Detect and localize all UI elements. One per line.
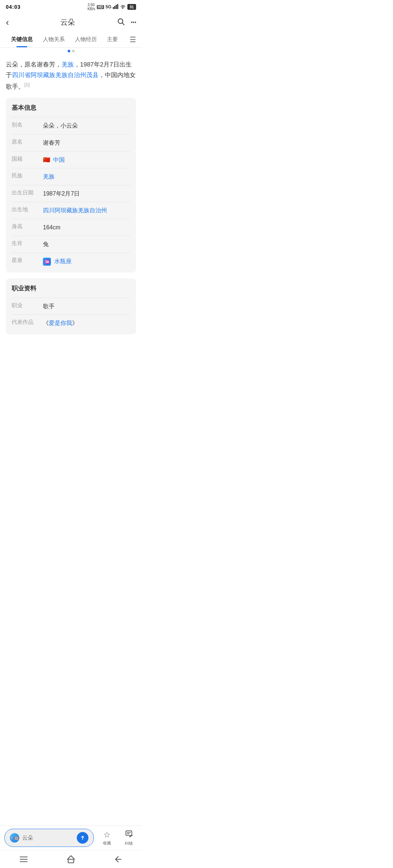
label-height: 身高 (12, 223, 37, 230)
work-link[interactable]: 爱是你我 (49, 320, 72, 326)
info-row-ethnic: 民族 羌族 (12, 168, 130, 185)
info-row-job: 职业 歌手 (12, 298, 130, 315)
value-job: 歌手 (43, 302, 130, 311)
value-zodiac-animal: 兔 (43, 240, 130, 249)
tab-relations[interactable]: 人物关系 (38, 32, 70, 47)
value-birthday: 1987年2月7日 (43, 189, 130, 198)
value-birthplace: 四川阿坝藏族羌族自治州 (43, 206, 130, 215)
label-original-name: 原名 (12, 138, 37, 145)
tab-main[interactable]: 主要 (102, 32, 123, 47)
svg-rect-3 (117, 4, 118, 9)
info-row-height: 身高 164cm (12, 219, 130, 236)
location-link[interactable]: 四川省阿坝藏族羌族自治州茂县 (12, 72, 99, 79)
nav-actions: ··· (117, 17, 136, 28)
birthplace-link[interactable]: 四川阿坝藏族羌族自治州 (43, 207, 107, 213)
network-speed: 3.50KB/s (87, 3, 95, 11)
main-content: 云朵，原名谢春芳，羌族，1987年2月7日出生于四川省阿坝藏族羌族自治州茂县，中… (0, 55, 142, 334)
status-bar: 04:03 3.50KB/s HD 5G 91 (0, 0, 142, 13)
more-icon[interactable]: ··· (131, 18, 136, 27)
label-alias: 别名 (12, 121, 37, 128)
career-info-title: 职业资料 (12, 284, 130, 293)
hd-badge: HD (97, 5, 104, 9)
dot-1 (68, 50, 70, 52)
label-birthplace: 出生地 (12, 206, 37, 213)
intro-text-before: 云朵，原名谢春芳， (6, 61, 61, 68)
battery-indicator: 91 (127, 4, 136, 10)
constellation-icon: ♒ (43, 258, 51, 266)
nav-bar: ‹ 云朵 ··· (0, 13, 142, 32)
info-row-nationality: 国籍 🇨🇳 中国 (12, 151, 130, 168)
svg-rect-2 (116, 5, 117, 9)
info-row-constellation: 星座 ♒ 水瓶座 (12, 253, 130, 270)
intro-paragraph: 云朵，原名谢春芳，羌族，1987年2月7日出生于四川省阿坝藏族羌族自治州茂县，中… (6, 60, 136, 92)
network-type: 5G (106, 4, 111, 9)
svg-rect-1 (114, 6, 115, 9)
career-info-card: 职业资料 职业 歌手 代表作品 《爱是你我》 (6, 278, 136, 334)
tab-key-info[interactable]: 关键信息 (6, 32, 38, 47)
value-constellation: ♒ 水瓶座 (43, 257, 130, 266)
tab-indicator (0, 48, 142, 55)
label-works: 代表作品 (12, 318, 37, 326)
back-button[interactable]: ‹ (6, 17, 19, 28)
ethnic-link[interactable]: 羌族 (61, 61, 74, 68)
tab-experience[interactable]: 人物经历 (70, 32, 102, 47)
tab-menu-icon[interactable]: ☰ (127, 32, 136, 47)
work-prefix: 《 (43, 320, 49, 326)
info-row-birthplace: 出生地 四川阿坝藏族羌族自治州 (12, 202, 130, 219)
nationality-link[interactable]: 中国 (53, 157, 65, 163)
status-right-icons: 3.50KB/s HD 5G 91 (87, 3, 136, 11)
value-height: 164cm (43, 223, 130, 232)
value-ethnic: 羌族 (43, 172, 130, 181)
basic-info-title: 基本信息 (12, 104, 130, 112)
page-title: 云朵 (60, 17, 75, 27)
constellation-link[interactable]: 水瓶座 (54, 258, 72, 264)
label-birthday: 出生日期 (12, 189, 37, 196)
info-row-alias: 别名 朵朵，小云朵 (12, 117, 130, 134)
dot-2 (72, 50, 75, 52)
signal-icon (113, 4, 119, 10)
ethnic-link-2[interactable]: 羌族 (43, 173, 55, 180)
value-nationality: 🇨🇳 中国 (43, 155, 130, 165)
reference-1[interactable]: [1] (24, 82, 29, 87)
svg-line-5 (122, 23, 124, 25)
value-works: 《爱是你我》 (43, 318, 130, 328)
label-zodiac-animal: 生肖 (12, 240, 37, 247)
value-original-name: 谢春芳 (43, 138, 130, 148)
value-alias: 朵朵，小云朵 (43, 121, 130, 130)
label-ethnic: 民族 (12, 172, 37, 179)
wifi-icon (120, 4, 126, 9)
label-nationality: 国籍 (12, 155, 37, 162)
info-row-works: 代表作品 《爱是你我》 (12, 314, 130, 331)
svg-rect-0 (113, 7, 114, 9)
search-icon[interactable] (117, 17, 125, 28)
basic-info-card: 基本信息 别名 朵朵，小云朵 原名 谢春芳 国籍 🇨🇳 中国 民族 羌族 出生日… (6, 98, 136, 272)
work-suffix: 》 (72, 320, 78, 326)
info-row-zodiac-animal: 生肖 兔 (12, 236, 130, 253)
flag-icon: 🇨🇳 (43, 155, 50, 165)
label-job: 职业 (12, 302, 37, 309)
info-row-birthday: 出生日期 1987年2月7日 (12, 185, 130, 202)
tab-bar: 关键信息 人物关系 人物经历 主要 ☰ (0, 32, 142, 48)
label-constellation: 星座 (12, 257, 37, 264)
status-time: 04:03 (6, 4, 21, 10)
info-row-original-name: 原名 谢春芳 (12, 134, 130, 151)
